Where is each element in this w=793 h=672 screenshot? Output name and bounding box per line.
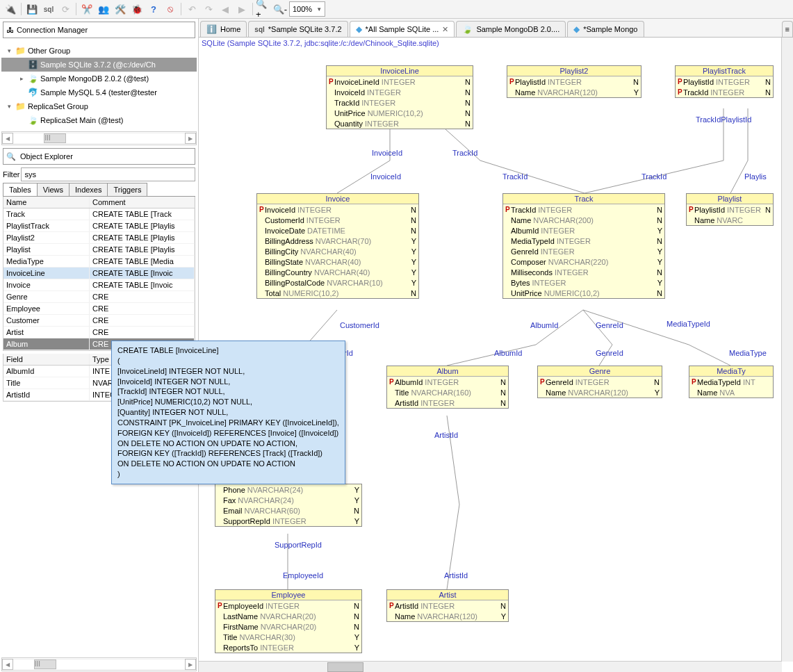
server-icon: 🖧: [6, 26, 14, 34]
fk-label: MediaType: [729, 349, 767, 357]
next-icon[interactable]: ▶: [234, 1, 250, 17]
fk-label: TrackId: [452, 149, 477, 157]
tabbar-menu-icon[interactable]: ≡: [782, 21, 793, 37]
sql-icon[interactable]: sql: [41, 1, 56, 17]
fk-label: InvoiceId: [370, 172, 401, 181]
editor-tab[interactable]: ℹ️Home: [200, 21, 247, 37]
editor-tabbar: ℹ️Homesql*Sample SQLite 3.7.2◆*All Sampl…: [199, 19, 793, 38]
table-row[interactable]: ArtistCRE: [3, 327, 195, 338]
connection-tree[interactable]: ▾📁Other Group🗄️Sample SQLite 3.7.2 (@c:/…: [0, 41, 198, 130]
main-toolbar: 🔌 💾 sql ⟳ ✂️ 👥 🛠️ 🐞 ? ⦸ ↶ ↷ ◀ ▶ 🔍+ 🔍- 10…: [0, 0, 793, 19]
undo-icon[interactable]: ↶: [184, 1, 199, 17]
tree-item[interactable]: 🍃ReplicaSet Main (@test): [1, 113, 197, 127]
tree-item[interactable]: ▾📁ReplicaSet Group: [1, 99, 197, 113]
zoom-value: 100%: [293, 5, 312, 13]
users-icon[interactable]: 👥: [96, 1, 111, 17]
tree-item[interactable]: 🗄️Sample SQLite 3.7.2 (@c:/dev/Ch: [1, 58, 197, 72]
fk-label: TrackId: [641, 172, 667, 181]
ddl-tooltip: CREATE TABLE [InvoiceLine] ( [InvoiceLin…: [111, 341, 345, 484]
fk-label: TrackIdPlaylistId: [696, 115, 751, 124]
filter-input[interactable]: [21, 167, 195, 181]
table-row[interactable]: MediaTypeCREATE TABLE [Media: [3, 256, 195, 268]
fk-label: AlbumId: [530, 321, 558, 329]
col-field[interactable]: Field: [3, 354, 90, 365]
col-name[interactable]: Name: [3, 197, 90, 208]
object-explorer-title: 🔍: [3, 148, 195, 165]
fk-label: Playlis: [744, 172, 767, 181]
fk-label: GenreId: [596, 349, 623, 357]
canvas-hscrollbar[interactable]: [199, 661, 782, 672]
fk-label: ArtistId: [434, 431, 458, 439]
entity-Album[interactable]: AlbumPAlbumIdINTEGERNTitleNVARCHAR(160)N…: [386, 366, 509, 409]
prev-icon[interactable]: ◀: [218, 1, 233, 17]
entity-Track[interactable]: TrackPTrackIdINTEGERNNameNVARCHAR(200)NA…: [502, 193, 665, 299]
filter-label: Filter: [3, 170, 19, 179]
zoom-out-icon[interactable]: 🔍-: [272, 1, 288, 17]
fk-label: MediaTypeId: [667, 320, 710, 328]
table-row[interactable]: Playlist2CREATE TABLE [Playlis: [3, 232, 195, 244]
connection-manager-title: 🖧 Connection Manager: [3, 22, 195, 38]
entity-PlaylistTrack[interactable]: PlaylistTrackPPlaylistIdINTEGERNPTrackId…: [675, 65, 774, 98]
save-icon[interactable]: 💾: [24, 1, 40, 17]
zoom-in-icon[interactable]: 🔍+: [256, 1, 271, 17]
fk-label: SupportRepId: [275, 541, 322, 549]
object-explorer-tabs: TablesViewsIndexesTriggers: [3, 183, 195, 197]
object-explorer-search[interactable]: [19, 151, 192, 161]
close-icon[interactable]: ✕: [442, 25, 448, 34]
fk-label: ArtistId: [444, 571, 468, 580]
table-row[interactable]: InvoiceCREATE TABLE [Invoic: [3, 279, 195, 291]
stop-icon[interactable]: ⦸: [163, 1, 178, 17]
zoom-combo[interactable]: 100% ▼: [289, 1, 325, 17]
table-row[interactable]: GenreCRE: [3, 291, 195, 303]
history-icon[interactable]: ⟳: [58, 1, 73, 17]
oe-tab-triggers[interactable]: Triggers: [107, 183, 147, 196]
dropdown-arrow-icon: ▼: [316, 6, 322, 13]
connect-icon[interactable]: 🔌: [3, 1, 18, 17]
editor-tab[interactable]: sql*Sample SQLite 3.7.2: [248, 21, 348, 37]
tables-grid[interactable]: Name Comment TrackCREATE TABLE [TrackPla…: [3, 197, 195, 351]
entity-Playlist[interactable]: PlaylistPPlaylistIdINTEGERNNameNVARC: [686, 193, 774, 226]
table-row[interactable]: PlaylistCREATE TABLE [Playlis: [3, 244, 195, 256]
entity-Artist[interactable]: ArtistPArtistIdINTEGERNNameNVARCHAR(120)…: [386, 589, 509, 622]
col-comment[interactable]: Comment: [90, 197, 195, 208]
search-icon: 🔍: [6, 152, 16, 161]
oe-tab-tables[interactable]: Tables: [3, 183, 38, 196]
tree-hscrollbar[interactable]: ◀III▶: [1, 131, 197, 145]
tree-item[interactable]: ▸🍃Sample MongoDB 2.0.2 (@test): [1, 72, 197, 85]
table-row[interactable]: PlaylistTrackCREATE TABLE [Playlis: [3, 220, 195, 232]
help-icon[interactable]: ?: [146, 1, 161, 17]
entity-CustomerTail[interactable]: PhoneNVARCHAR(24)YFaxNVARCHAR(24)YEmailN…: [215, 484, 362, 527]
bug-icon[interactable]: 🐞: [129, 1, 145, 17]
table-row[interactable]: TrackCREATE TABLE [Track: [3, 208, 195, 220]
redo-icon[interactable]: ↷: [201, 1, 216, 17]
tree-item[interactable]: ▾📁Other Group: [1, 44, 197, 58]
fk-label: GenreId: [596, 321, 623, 329]
entity-Employee[interactable]: EmployeePEmployeeIdINTEGERNLastNameNVARC…: [215, 589, 362, 653]
table-row[interactable]: CustomerCRE: [3, 315, 195, 327]
cut-icon[interactable]: ✂️: [79, 1, 95, 17]
fk-label: EmployeeId: [283, 571, 323, 580]
fk-label: InvoiceId: [372, 149, 402, 157]
entity-Invoice[interactable]: InvoicePInvoiceIdINTEGERNCustomerIdINTEG…: [256, 193, 419, 299]
oe-tab-indexes[interactable]: Indexes: [69, 183, 108, 196]
oe-hscrollbar[interactable]: ◀III▶: [1, 657, 197, 671]
entity-Genre[interactable]: GenrePGenreIdINTEGERNNameNVARCHAR(120)Y: [537, 366, 662, 398]
fk-label: CustomerId: [340, 321, 379, 329]
table-row[interactable]: EmployeeCRE: [3, 303, 195, 315]
fk-label: AlbumId: [494, 349, 522, 357]
tree-item[interactable]: 🐬Sample MySQL 5.4 (tester@tester: [1, 85, 197, 99]
editor-tab[interactable]: ◆*Sample Mongo: [567, 21, 644, 37]
entity-InvoiceLine[interactable]: InvoiceLinePInvoiceLineIdINTEGERNInvoice…: [326, 65, 473, 129]
entity-MediaType[interactable]: MediaTyPMediaTypeIdINTNameNVA: [689, 366, 774, 398]
table-row[interactable]: InvoiceLineCREATE TABLE [Invoic: [3, 268, 195, 279]
tools-icon[interactable]: 🛠️: [113, 1, 128, 17]
editor-tab[interactable]: ◆*All Sample SQLite ...✕: [350, 21, 455, 37]
fk-label: TrackId: [502, 172, 528, 181]
editor-tab[interactable]: 🍃Sample MongoDB 2.0....: [456, 21, 566, 37]
entity-Playlist2[interactable]: Playlist2PPlaylistIdINTEGERNNameNVARCHAR…: [507, 65, 641, 98]
canvas-vscrollbar[interactable]: [781, 38, 793, 662]
oe-tab-views[interactable]: Views: [37, 183, 70, 196]
